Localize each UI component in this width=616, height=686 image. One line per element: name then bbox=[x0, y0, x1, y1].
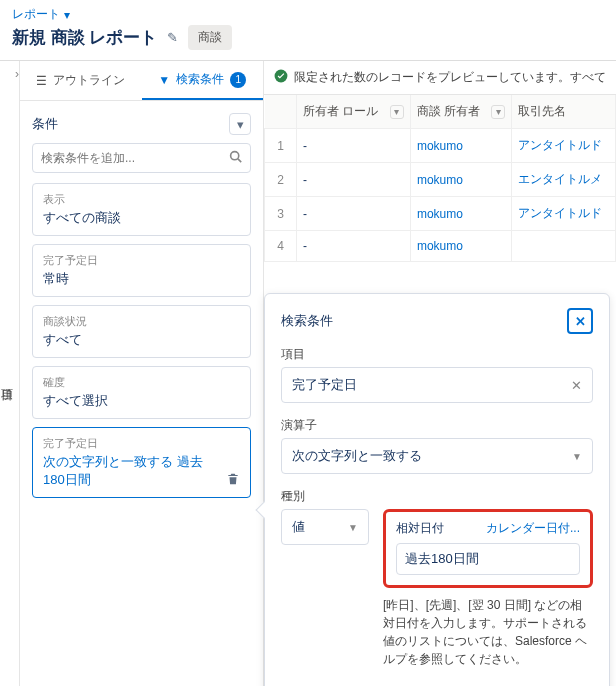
chevron-down-icon[interactable]: ▾ bbox=[491, 105, 505, 119]
close-button[interactable]: ✕ bbox=[567, 308, 593, 334]
filter-value: 常時 bbox=[43, 270, 240, 288]
svg-line-1 bbox=[238, 159, 241, 162]
rail-expand-icon[interactable]: › bbox=[15, 67, 19, 81]
fields-rail[interactable]: › 項目 bbox=[0, 61, 20, 686]
preview-banner: 限定された数のレコードをプレビューしています。すべて bbox=[264, 61, 616, 95]
relative-date-value: 過去180日間 bbox=[405, 551, 479, 566]
type-label: 種別 bbox=[281, 488, 593, 505]
type-value: 値 bbox=[292, 518, 305, 536]
report-type-chip: 商談 bbox=[188, 25, 232, 50]
relative-date-label: 相対日付 bbox=[396, 520, 444, 537]
filter-label: 完了予定日 bbox=[43, 436, 240, 451]
chevron-down-icon[interactable]: ▾ bbox=[390, 105, 404, 119]
col-owner-role[interactable]: 所有者 ロール▾ bbox=[297, 95, 411, 129]
panel-menu-button[interactable]: ▾ bbox=[229, 113, 251, 135]
operator-value: 次の文字列と一致する bbox=[292, 447, 422, 465]
relative-date-hint: [昨日]、[先週]、[翌 30 日間] などの相対日付を入力します。サポートされ… bbox=[383, 596, 593, 668]
filter-card-closedate[interactable]: 完了予定日 常時 bbox=[32, 244, 251, 297]
table-row: 1 - mokumo アンタイトルド bbox=[265, 129, 616, 163]
filter-value: すべて選択 bbox=[43, 392, 240, 410]
operator-label: 演算子 bbox=[281, 417, 593, 434]
panel-tabs: ☰ アウトライン ▼ 検索条件 1 bbox=[20, 61, 263, 101]
caret-down-icon: ▼ bbox=[572, 451, 582, 462]
filter-card-active[interactable]: 完了予定日 次の文字列と一致する 過去180日間 bbox=[32, 427, 251, 498]
tab-filters-label: 検索条件 bbox=[176, 71, 224, 88]
filter-card-probability[interactable]: 確度 すべて選択 bbox=[32, 366, 251, 419]
filter-label: 表示 bbox=[43, 192, 240, 207]
left-panel: ☰ アウトライン ▼ 検索条件 1 条件 ▾ bbox=[20, 61, 264, 686]
table-row: 3 - mokumo アンタイトルド bbox=[265, 197, 616, 231]
filter-count-badge: 1 bbox=[230, 72, 246, 88]
tab-outline[interactable]: ☰ アウトライン bbox=[20, 61, 142, 100]
filter-label: 商談状況 bbox=[43, 314, 240, 329]
add-filter-input[interactable] bbox=[41, 151, 229, 165]
caret-down-icon: ▾ bbox=[64, 8, 70, 22]
type-select[interactable]: 値 ▼ bbox=[281, 509, 369, 545]
field-label: 項目 bbox=[281, 346, 593, 363]
preview-panel: 限定された数のレコードをプレビューしています。すべて 所有者 ロール▾ 商談 所… bbox=[264, 61, 616, 686]
filters-panel: 条件 ▾ 表示 すべての商談 完了予定日 常時 商談状況 bbox=[20, 101, 263, 686]
tab-filters[interactable]: ▼ 検索条件 1 bbox=[142, 61, 264, 100]
field-input[interactable]: 完了予定日 ✕ bbox=[281, 367, 593, 403]
relative-date-card: 相対日付 カレンダー日付... 過去180日間 bbox=[383, 509, 593, 588]
preview-table: 所有者 ロール▾ 商談 所有者▾ 取引先名 1 - mokumo アンタイトルド… bbox=[264, 95, 616, 262]
filter-value: 次の文字列と一致する 過去180日間 bbox=[43, 453, 213, 489]
edit-title-icon[interactable]: ✎ bbox=[167, 30, 178, 45]
table-row: 2 - mokumo エンタイトルメ bbox=[265, 163, 616, 197]
relative-date-input[interactable]: 過去180日間 bbox=[396, 543, 580, 575]
col-opp-owner[interactable]: 商談 所有者▾ bbox=[410, 95, 511, 129]
delete-filter-icon[interactable] bbox=[226, 472, 240, 489]
filter-label: 完了予定日 bbox=[43, 253, 240, 268]
search-icon bbox=[229, 150, 242, 166]
popover-title: 検索条件 bbox=[281, 312, 333, 330]
filter-value: すべての商談 bbox=[43, 209, 240, 227]
calendar-date-link[interactable]: カレンダー日付... bbox=[486, 520, 580, 537]
svg-point-0 bbox=[231, 152, 239, 160]
filter-icon: ▼ bbox=[158, 73, 170, 87]
close-icon: ✕ bbox=[575, 314, 586, 329]
col-account[interactable]: 取引先名 bbox=[512, 95, 616, 129]
outline-icon: ☰ bbox=[36, 74, 47, 88]
filter-label: 確度 bbox=[43, 375, 240, 390]
banner-text: 限定された数のレコードをプレビューしています。すべて bbox=[294, 69, 606, 86]
report-header: レポート ▾ 新規 商談 レポート ✎ 商談 bbox=[0, 0, 616, 61]
breadcrumb-label: レポート bbox=[12, 6, 60, 23]
filter-card-show[interactable]: 表示 すべての商談 bbox=[32, 183, 251, 236]
caret-down-icon: ▼ bbox=[348, 522, 358, 533]
caret-down-icon: ▾ bbox=[237, 117, 244, 132]
clear-field-icon[interactable]: ✕ bbox=[571, 378, 582, 393]
breadcrumb[interactable]: レポート ▾ bbox=[12, 6, 604, 23]
operator-select[interactable]: 次の文字列と一致する ▼ bbox=[281, 438, 593, 474]
filter-value: すべて bbox=[43, 331, 240, 349]
success-check-icon bbox=[274, 69, 288, 86]
field-value: 完了予定日 bbox=[292, 376, 357, 394]
tab-outline-label: アウトライン bbox=[53, 72, 125, 89]
add-filter-search[interactable] bbox=[32, 143, 251, 173]
table-row: 4 - mokumo bbox=[265, 231, 616, 262]
filter-card-stage[interactable]: 商談状況 すべて bbox=[32, 305, 251, 358]
panel-heading: 条件 bbox=[32, 115, 58, 133]
page-title: 新規 商談 レポート bbox=[12, 26, 157, 49]
filter-editor-popover: 検索条件 ✕ 項目 完了予定日 ✕ 演算子 次の文字列と一致する ▼ 種別 値 … bbox=[264, 293, 610, 686]
